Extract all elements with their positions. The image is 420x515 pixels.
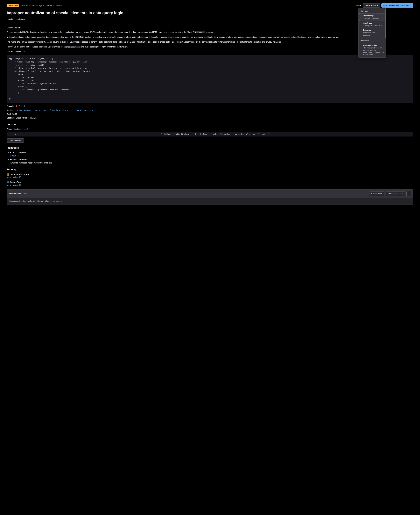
provider-name: Secure Code Warrior bbox=[10, 173, 30, 176]
explain-resolve-ai-button[interactable]: Explain or Resolve with AI bbox=[381, 3, 413, 8]
identifier-link[interactable]: CWE-943 bbox=[10, 155, 19, 157]
file-label: File: bbox=[7, 128, 11, 130]
line-number: 18 bbox=[7, 132, 17, 137]
location-code-line: 18 BasketModel.findOne({ where: { id }, … bbox=[7, 132, 413, 137]
view-code-flow-button[interactable]: View code flow bbox=[7, 138, 24, 143]
status-option-subtitle: Verified as fixed or mitigated bbox=[363, 32, 384, 36]
text: There's a potential NoSQL Injection vuln… bbox=[7, 31, 196, 33]
status-option-title: Resolved bbox=[363, 29, 384, 31]
list-item: CWE-943 bbox=[10, 154, 413, 157]
section-location: Location bbox=[7, 123, 413, 126]
severity-label: Severity: bbox=[7, 105, 15, 107]
link-text: View training bbox=[7, 176, 18, 178]
pipeline-word: pipeline bbox=[45, 4, 52, 7]
learn-more-link[interactable]: Learn more. bbox=[52, 200, 62, 202]
provider-icon bbox=[7, 181, 9, 183]
scrollbar-thumb[interactable] bbox=[385, 9, 386, 38]
hexagon-critical-icon bbox=[15, 105, 17, 108]
training-provider: Secure Code Warrior View training bbox=[7, 173, 413, 179]
provider-icon bbox=[7, 173, 9, 176]
detected-meta: Detected · 2 months ago in pipeline 1413… bbox=[20, 4, 63, 7]
severity-value: Critical bbox=[19, 105, 25, 107]
project-row: Project: Developer Advocacy at GitLab / … bbox=[7, 109, 413, 112]
chevron-down-icon bbox=[410, 5, 412, 6]
status-word: Status bbox=[355, 4, 361, 7]
related-help-text: Link issues together to show that they'r… bbox=[9, 200, 52, 202]
tab-details[interactable]: Details bbox=[7, 16, 13, 22]
status-option-confirmed[interactable]: Confirmed A true-positive and will fix bbox=[359, 21, 385, 28]
status-option-subtitle: The vulnerability is known, and has not … bbox=[363, 47, 384, 56]
status-option-needs-triage[interactable]: Needs triage Requires assessment bbox=[359, 13, 385, 21]
description-p2: In the detected code pattern, user-contr… bbox=[7, 36, 413, 38]
status-dropdown-value: Needs triage bbox=[365, 4, 376, 7]
separator-dot: · bbox=[29, 4, 30, 7]
scanner-row: Scanner: GitLab Advanced SAST bbox=[7, 116, 413, 119]
text: function. bbox=[205, 31, 213, 33]
project-link[interactable]: Developer Advocacy at GitLab / tutorials… bbox=[15, 109, 93, 111]
inline-code: mongo-sanitize bbox=[64, 46, 80, 48]
training-link[interactable]: View training bbox=[7, 176, 21, 178]
text: To mitigate the above issue, sanitize us… bbox=[7, 46, 64, 48]
chevron-up-icon bbox=[408, 193, 410, 195]
scanner-label: Scanner: bbox=[7, 117, 15, 119]
detail-header: Needs triage Detected · 2 months ago in … bbox=[7, 3, 413, 8]
status-dropdown-menu[interactable]: Mark as... Needs triage Requires assessm… bbox=[358, 8, 386, 58]
status-option-acceptable-risk[interactable]: Acceptable risk The vulnerability is kno… bbox=[359, 43, 385, 57]
detected-label: Detected bbox=[20, 4, 28, 7]
section-training: Training bbox=[7, 168, 413, 171]
training-link[interactable]: View training bbox=[7, 184, 21, 186]
dropdown-scrollbar[interactable] bbox=[385, 9, 386, 57]
tab-code-flow[interactable]: Code flow bbox=[16, 16, 25, 22]
scanner-value: GitLab Advanced SAST bbox=[16, 117, 36, 119]
file-link[interactable]: routes/basket.ts:18 bbox=[11, 128, 28, 130]
section-description: Description bbox=[7, 26, 413, 30]
related-title: Related issues bbox=[9, 192, 22, 195]
status-option-resolved[interactable]: Resolved Verified as fixed or mitigated bbox=[359, 28, 385, 37]
status-option-subtitle: Requires assessment bbox=[363, 17, 380, 20]
text: In the detected code pattern, user-contr… bbox=[7, 36, 75, 38]
svg-marker-0 bbox=[16, 105, 17, 107]
related-issues-panel: Related issues 0 Create issue Add existi… bbox=[7, 189, 413, 205]
text: function, which allows an attacker to ex… bbox=[84, 36, 339, 38]
triage-badge: Needs triage bbox=[7, 4, 19, 7]
severity-row: Severity: Critical bbox=[7, 105, 413, 108]
inline-code: findOne bbox=[75, 36, 84, 38]
status-dropdown-button[interactable]: Needs triage bbox=[363, 3, 380, 8]
collapse-panel-button[interactable] bbox=[406, 191, 411, 196]
sample-label: Secure code sample: bbox=[7, 50, 413, 53]
create-issue-button[interactable]: Create issue bbox=[370, 192, 384, 196]
dropdown-section-dismiss-as: Dismiss as... bbox=[359, 38, 385, 43]
external-link-icon bbox=[19, 184, 21, 187]
provider-name: SecureFlag bbox=[10, 181, 21, 184]
check-icon bbox=[360, 15, 362, 18]
list-item: javascript-mongodb-nosqli-injection-find… bbox=[10, 161, 413, 164]
chevron-down-icon bbox=[377, 5, 378, 6]
related-count: 0 bbox=[24, 192, 27, 195]
link-icon bbox=[24, 193, 26, 195]
vulnerability-title: Improper neutralization of special eleme… bbox=[7, 10, 413, 15]
description-p4: To mitigate the above issue, sanitize us… bbox=[7, 45, 413, 48]
file-row: File: routes/basket.ts:18 bbox=[7, 128, 413, 131]
training-provider: SecureFlag View training bbox=[7, 181, 413, 187]
external-link-icon bbox=[19, 176, 21, 179]
identifier-list: A1:2017 - Injection CWE-943 A03:2021 - I… bbox=[7, 151, 413, 164]
list-item: A03:2021 - Injection bbox=[10, 158, 413, 161]
link-text: View training bbox=[7, 184, 18, 186]
count-value: 0 bbox=[26, 192, 27, 195]
ai-sparkle-icon bbox=[383, 4, 385, 7]
status-option-title: Needs triage bbox=[363, 15, 380, 17]
tool-label: Tool: bbox=[7, 113, 11, 115]
description-p1: There's a potential NoSQL Injection vuln… bbox=[7, 31, 413, 34]
status-option-title: Acceptable risk bbox=[363, 44, 384, 47]
tool-value: SAST bbox=[12, 113, 17, 115]
list-item: A1:2017 - Injection bbox=[10, 151, 413, 154]
related-issues-header: Related issues 0 Create issue Add existi… bbox=[7, 190, 413, 198]
related-body: Link issues together to show that they'r… bbox=[7, 198, 413, 205]
tool-row: Tool: SAST bbox=[7, 113, 413, 115]
add-existing-issue-button[interactable]: Add existing issue bbox=[386, 192, 405, 196]
status-option-title: Confirmed bbox=[363, 22, 382, 24]
line-code: BasketModel.findOne({ where: { id }, inc… bbox=[17, 132, 413, 137]
pipeline-link[interactable]: 1413499637 bbox=[52, 4, 63, 7]
detected-in: in bbox=[43, 4, 45, 7]
description-p3: The impact of a NoSQL Injection vulnerab… bbox=[7, 40, 413, 43]
